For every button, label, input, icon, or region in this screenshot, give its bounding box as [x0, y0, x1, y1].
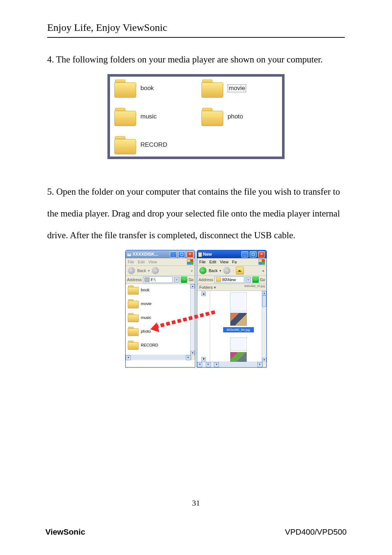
vertical-scrollbar[interactable]: ▴ ▾ [262, 291, 266, 362]
folder-label: RECORD [140, 141, 167, 149]
scroll-thumb[interactable] [262, 295, 266, 307]
scroll-left-arrow[interactable]: ◂ [197, 362, 202, 367]
page-header-tagline: Enjoy Life, Enjoy ViewSonic [47, 22, 345, 33]
list-item[interactable]: book [128, 285, 193, 294]
back-button[interactable]: ← [128, 267, 135, 274]
resize-grip[interactable] [262, 362, 266, 367]
maximize-button[interactable]: ▢ [178, 251, 185, 258]
folder-icon [114, 136, 136, 154]
folder-item-record[interactable]: RECORD [114, 136, 191, 154]
address-value: 80\New [222, 278, 236, 282]
minimize-button[interactable]: _ [170, 251, 177, 258]
folder-icon [201, 108, 223, 125]
footer-model: VPD400/VPD500 [285, 527, 347, 537]
folder-label: music [140, 113, 156, 120]
menu-view[interactable]: View [148, 260, 157, 264]
content-panes: ▴ ▾ 800x480_04.jpg ▴ ▾ ◂ [197, 291, 266, 367]
titlebar[interactable]: 🖴 XXXXDISK... _ ▢ × [126, 250, 195, 258]
address-field[interactable]: 80\New [215, 276, 244, 283]
menu-view[interactable]: View [220, 260, 229, 264]
address-dropdown[interactable]: v [174, 277, 179, 283]
address-field[interactable]: F:\ [143, 276, 172, 283]
menu-favorites[interactable]: Fa [232, 260, 237, 264]
folder-item-music[interactable]: music [114, 108, 191, 125]
close-panel-icon[interactable]: × [214, 285, 216, 289]
thumbnail-partial[interactable] [230, 337, 247, 351]
selected-filename[interactable]: 800x480_04.jpg [223, 327, 254, 332]
scroll-track[interactable] [219, 363, 257, 366]
folder-item-photo[interactable]: photo [201, 108, 278, 125]
scroll-left-arrow[interactable]: ◂ [214, 362, 219, 367]
scroll-up-arrow[interactable]: ▴ [262, 291, 266, 295]
address-dropdown[interactable]: v [246, 277, 251, 283]
folder-label: book [140, 85, 154, 92]
folder-label: music [141, 315, 151, 320]
horizontal-scrollbar[interactable]: ◂ ▸ [126, 355, 195, 360]
menu-file[interactable]: File [199, 260, 206, 264]
toolbar-overflow[interactable]: » [191, 269, 193, 273]
step-5-text: 5. Open the folder on your computer that… [47, 181, 345, 246]
thumbnail-image[interactable] [230, 313, 247, 326]
thumbnail-partial[interactable] [230, 292, 247, 311]
back-dropdown-icon[interactable]: ▾ [148, 269, 150, 272]
tree-scroll-down[interactable]: ▾ [201, 357, 206, 361]
tree-scroll-up[interactable]: ▴ [201, 292, 206, 296]
up-button[interactable] [236, 267, 244, 275]
list-item[interactable]: RECORD [128, 341, 193, 349]
go-label: Go [260, 278, 265, 282]
scroll-right-arrow[interactable]: ▸ [186, 355, 191, 360]
tree-pane[interactable]: ▴ ▾ [197, 291, 210, 367]
address-label: Address [127, 278, 142, 282]
back-dropdown-icon[interactable]: ▾ [220, 269, 221, 272]
menu-edit[interactable]: Edit [209, 260, 216, 264]
toolbar: ← Back ▾ → · » [197, 266, 266, 276]
windows-logo-icon [258, 259, 265, 265]
go-button[interactable]: → [181, 276, 187, 283]
scroll-track[interactable] [131, 356, 186, 360]
list-item[interactable]: photo [128, 327, 193, 336]
minimize-button[interactable]: _ [241, 251, 248, 258]
back-button[interactable]: ← [199, 267, 207, 274]
horizontal-scrollbar[interactable]: ◂ ▸ ◂ ▸ [197, 362, 266, 367]
close-button[interactable]: × [187, 251, 193, 258]
close-button[interactable]: × [258, 251, 265, 258]
folder-list-pane: book movie music photo RECORD ▴ ▾ ◂ ▸ [126, 284, 195, 360]
scroll-right-arrow[interactable]: ▸ [257, 362, 262, 367]
header-divider [47, 37, 345, 38]
folder-label: photo [228, 113, 243, 120]
back-label: Back [209, 268, 217, 273]
resize-grip[interactable] [191, 356, 195, 360]
window-title: XXXXDISK... [132, 252, 158, 257]
step-4-text: 4. The following folders on your media p… [47, 49, 345, 70]
toolbar-sep: · [161, 269, 162, 272]
toolbar-sep: · [233, 269, 233, 272]
drive-icon: 🖴 [127, 252, 131, 256]
folder-item-movie[interactable]: movie [201, 80, 278, 97]
forward-button[interactable]: → [152, 267, 159, 274]
scroll-up-arrow[interactable]: ▴ [191, 284, 195, 288]
address-bar: Address F:\ v → Go [126, 276, 195, 284]
vertical-scrollbar[interactable]: ▴ ▾ [190, 284, 195, 355]
folders-window: book movie music photo RECORD [107, 74, 285, 159]
address-label: Address [199, 278, 213, 282]
window-title: New [203, 252, 212, 257]
explorer-left-window: 🖴 XXXXDISK... _ ▢ × File Edit View » ← B… [125, 250, 195, 368]
scroll-right-arrow[interactable]: ▸ [206, 362, 211, 367]
folder-icon [114, 80, 136, 97]
back-label: Back [137, 268, 146, 273]
maximize-button[interactable]: ▢ [250, 251, 257, 258]
scroll-left-arrow[interactable]: ◂ [126, 355, 131, 360]
menu-edit[interactable]: Edit [138, 260, 145, 264]
folder-item-book[interactable]: book [114, 80, 191, 97]
titlebar[interactable]: ▇ New _ ▢ × [197, 250, 266, 258]
forward-button[interactable]: → [223, 267, 230, 274]
menu-bar: File Edit View » [126, 258, 195, 266]
go-button[interactable]: → [252, 276, 259, 283]
folders-panel-header: Folders × 800x480_03.jpg [197, 284, 266, 291]
menu-file[interactable]: File [128, 260, 134, 264]
list-item[interactable]: movie [128, 299, 193, 308]
toolbar-overflow[interactable]: » [262, 269, 264, 273]
list-item[interactable]: music [128, 313, 193, 322]
thumbnail-pane[interactable]: 800x480_04.jpg ▴ ▾ [210, 291, 266, 367]
folder-icon: ▇ [199, 252, 201, 257]
